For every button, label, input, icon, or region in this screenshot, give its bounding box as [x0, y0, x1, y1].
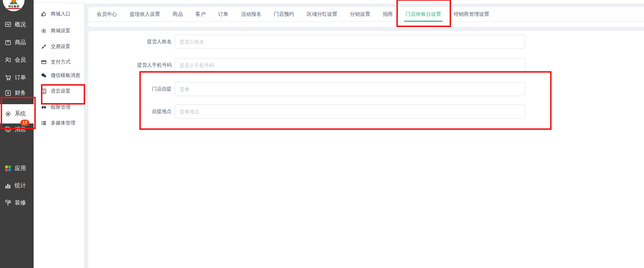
sidebar-item-decorate[interactable]: 装修: [0, 197, 34, 209]
submenu-item-label: 微信模板消息: [51, 72, 80, 79]
thumb-up-icon: [41, 11, 47, 17]
pickup-name-label: 提货人姓名: [88, 39, 172, 45]
orders-icon: [5, 74, 12, 81]
submenu-item-permission[interactable]: 权限管理: [34, 102, 84, 113]
submenu-item-mall-entry[interactable]: 商城入口: [34, 9, 84, 19]
store-pickup-label: 门店自提: [88, 86, 172, 92]
submenu-item-label: 语言设置: [51, 88, 70, 94]
statistics-icon: [5, 182, 12, 189]
submenu-item-label: 多媒体管理: [51, 120, 75, 126]
sidebar-item-label: 订单: [15, 74, 26, 81]
svg-text:文: 文: [42, 89, 46, 93]
overview-icon: [5, 21, 12, 28]
tab-withdraw-income-settings[interactable]: 提现收入设置: [123, 7, 166, 21]
sidebar-item-label: 应用: [15, 165, 26, 172]
sidebar-item-label: 会员: [15, 56, 26, 64]
sidebar-item-label: 概况: [15, 21, 26, 28]
submenu-item-media[interactable]: 多媒体管理: [34, 118, 84, 128]
brand-logo[interactable]: 华太食府: [3, 0, 25, 11]
messages-icon: [5, 126, 12, 133]
tab-orders[interactable]: 订单: [212, 7, 235, 21]
tab-store-cashier-settings[interactable]: 门店收银台设置: [399, 7, 448, 21]
store-pickup-input[interactable]: [175, 82, 525, 96]
sidebar-item-apps[interactable]: 应用: [0, 162, 34, 174]
tab-bar-card: 会员中心 提现收入设置 商品 客户 订单 活动报名 门店预约 区域分红设置 分销…: [88, 7, 644, 27]
submenu-item-trade-settings[interactable]: 交易设置: [34, 41, 84, 52]
tab-goods[interactable]: 商品: [166, 7, 189, 21]
form-row-pickup-name: 提货人姓名: [88, 35, 525, 49]
permission-mask-icon: [41, 105, 47, 110]
sidebar-item-orders[interactable]: 订单: [0, 72, 34, 83]
language-icon: 文: [41, 88, 47, 94]
submenu-item-language-settings[interactable]: 文 语言设置: [34, 86, 84, 96]
submenu-item-label: 交易设置: [51, 43, 70, 50]
sidebar-item-label: 商品: [15, 39, 26, 46]
pickup-location-input[interactable]: [175, 105, 525, 119]
form-row-pickup-phone: 提货人手机号码: [88, 58, 525, 72]
sidebar-item-label: 消息: [15, 126, 26, 133]
secondary-sidebar: 商城入口 商城设置 交易设置 支付方式 微信模板消息 文 语言设置 权限管理 多…: [34, 3, 84, 268]
pickup-phone-input[interactable]: [175, 58, 525, 72]
top-strip: [34, 0, 644, 4]
active-tab-underline: [404, 21, 443, 22]
settings-form-card: 提货人姓名 提货人手机号码 门店自提 自提地点: [88, 31, 644, 268]
submenu-item-payment-methods[interactable]: 支付方式: [34, 57, 84, 67]
submenu-item-wechat-template[interactable]: 微信模板消息: [34, 70, 84, 81]
submenu-item-mall-settings[interactable]: 商城设置: [34, 26, 84, 36]
sidebar-item-goods[interactable]: 商品: [0, 36, 34, 48]
submenu-item-label: 商城设置: [51, 28, 70, 34]
trade-arrows-icon: [41, 44, 47, 49]
submenu-item-label: 支付方式: [51, 59, 70, 65]
form-row-store-pickup: 门店自提: [88, 82, 525, 96]
apps-icon: [5, 165, 12, 172]
tab-region-dividend-settings[interactable]: 区域分红设置: [300, 7, 344, 21]
members-icon: [5, 56, 12, 63]
logo-mountain-icon: [9, 1, 19, 4]
sidebar-item-label: 装修: [15, 199, 26, 207]
primary-sidebar: 华太食府 概况 商品 会员 订单 ¥ 财务 系统 17 消息 应用 统计: [0, 0, 34, 268]
decorate-roller-icon: [5, 199, 12, 206]
sidebar-item-label: 财务: [15, 89, 26, 97]
tab-member-center[interactable]: 会员中心: [90, 7, 123, 21]
sidebar-item-messages[interactable]: 消息: [0, 123, 34, 135]
finance-icon: ¥: [5, 89, 12, 96]
credit-card-icon: [41, 59, 47, 65]
logo-subtext: [7, 8, 20, 9]
tab-dealer-management-settings[interactable]: 经销商管理设置: [448, 7, 496, 21]
sidebar-item-finance[interactable]: ¥ 财务: [0, 87, 34, 99]
submenu-item-label: 权限管理: [51, 104, 70, 110]
sidebar-item-members[interactable]: 会员: [0, 54, 34, 66]
sidebar-item-statistics[interactable]: 统计: [0, 180, 34, 192]
admin-page: { "logo": { "text": "华太食府" }, "primary_n…: [0, 0, 644, 268]
pickup-location-label: 自提地点: [88, 108, 172, 115]
list-icon: [41, 120, 47, 126]
submenu-item-label: 商城入口: [51, 11, 70, 17]
tab-customers[interactable]: 客户: [189, 7, 212, 21]
tab-activity-signup[interactable]: 活动报名: [235, 7, 268, 21]
gear-icon: [41, 28, 47, 34]
pickup-name-input[interactable]: [175, 35, 525, 49]
tab-nav: 会员中心 提现收入设置 商品 客户 订单 活动报名 门店预约 区域分红设置 分销…: [88, 7, 644, 22]
wechat-icon: [41, 73, 47, 78]
svg-text:¥: ¥: [7, 91, 9, 95]
tab-distribution-settings[interactable]: 分销设置: [344, 7, 376, 21]
goods-icon: [5, 39, 12, 46]
form-row-pickup-location: 自提地点: [88, 105, 525, 119]
tab-store-reservation[interactable]: 门店预约: [268, 7, 300, 21]
system-gear-icon: [5, 110, 12, 118]
sidebar-item-overview[interactable]: 概况: [0, 19, 34, 31]
tab-investment[interactable]: 招商: [376, 7, 399, 21]
sidebar-item-label: 统计: [15, 182, 26, 189]
pickup-phone-label: 提货人手机号码: [88, 62, 172, 68]
sidebar-item-label: 系统: [15, 110, 26, 118]
sidebar-item-system[interactable]: 系统 17: [0, 104, 34, 123]
